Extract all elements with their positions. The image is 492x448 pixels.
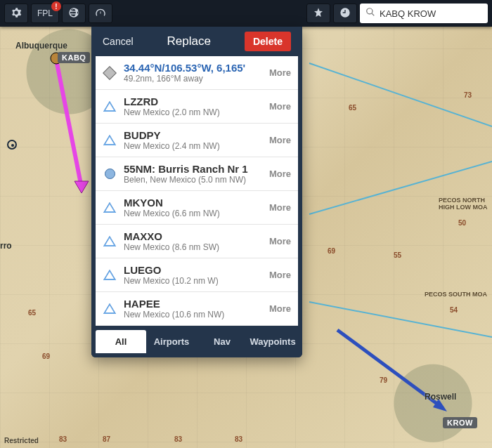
city-label-roswell: Roswell	[425, 392, 456, 402]
waypoint-sub: 49.2nm, 166°M away	[124, 74, 262, 84]
tab-all[interactable]: All	[96, 330, 146, 353]
more-button[interactable]: More	[269, 202, 291, 213]
tab-airports[interactable]: Airports	[146, 330, 197, 353]
list-item[interactable]: MKYONNew Mexico (6.6 nm NW)More	[96, 191, 298, 225]
list-item[interactable]: LUEGONew Mexico (10.2 nm W)More	[96, 258, 298, 292]
waypoint-name: BUDPY	[124, 129, 262, 141]
globe-icon	[68, 7, 79, 20]
more-button[interactable]: More	[269, 101, 291, 112]
tab-nav[interactable]: Nav	[197, 330, 247, 353]
settings-button[interactable]	[4, 4, 28, 23]
more-button[interactable]: More	[269, 270, 291, 280]
map-elev: 83	[59, 435, 67, 443]
waypoint-name: HAPEE	[124, 298, 262, 310]
waypoint-sub: New Mexico (2.0 nm NW)	[124, 107, 262, 117]
triangle-icon	[103, 236, 116, 246]
diamond-icon	[103, 66, 117, 80]
alert-badge: !	[51, 1, 61, 11]
triangle-icon	[103, 270, 116, 280]
waypoint-sub: New Mexico (10.2 nm W)	[124, 276, 262, 286]
map-elev: 65	[349, 104, 356, 112]
map-elev: 87	[103, 435, 110, 443]
popup-header: Cancel Replace Delete	[96, 27, 298, 56]
list-item[interactable]: MAXXONew Mexico (8.6 nm SW)More	[96, 225, 298, 258]
more-button[interactable]: More	[269, 135, 291, 145]
more-button[interactable]: More	[269, 169, 291, 179]
fpl-label: FPL	[37, 8, 53, 18]
airport-tag-krow[interactable]: KROW	[443, 417, 477, 428]
toolbar: FPL !	[0, 0, 492, 27]
map-elev: 69	[42, 353, 50, 360]
waypoint-name: MKYON	[124, 197, 262, 209]
clock-button[interactable]	[333, 4, 357, 23]
map-elev: 54	[450, 306, 458, 314]
map-elev: 83	[235, 435, 242, 443]
triangle-icon	[103, 135, 116, 145]
star-button[interactable]	[306, 4, 330, 23]
list-item[interactable]: LZZRDNew Mexico (2.0 nm NW)More	[96, 90, 298, 124]
map-elev: 50	[458, 219, 466, 227]
gauge-button[interactable]	[89, 4, 112, 23]
airport-tag-kabq[interactable]: KABQ	[58, 52, 90, 63]
map-elev: 79	[380, 376, 387, 384]
popup-title: Replace	[167, 34, 211, 48]
globe-button[interactable]	[62, 4, 86, 23]
triangle-icon	[103, 101, 116, 112]
map-label-rro: rro	[0, 241, 12, 251]
city-label-albuquerque: Albuquerque	[15, 41, 67, 51]
filter-tabs: All Airports Nav Waypoints	[96, 326, 298, 353]
list-item[interactable]: 34.44°N/106.53°W, 6,165'49.2nm, 166°M aw…	[96, 56, 298, 90]
moa-label-2: PECOS SOUTH MOA	[425, 291, 487, 298]
tab-waypoints[interactable]: Waypoints	[247, 330, 298, 353]
more-button[interactable]: More	[269, 236, 291, 246]
delete-button[interactable]: Delete	[245, 32, 291, 51]
map-elev: 55	[394, 251, 401, 259]
gear-icon	[11, 7, 22, 20]
map-fix-symbol	[7, 140, 17, 150]
more-button[interactable]: More	[269, 303, 291, 314]
waypoint-sub: New Mexico (2.4 nm NW)	[124, 141, 262, 151]
search-icon	[365, 7, 375, 20]
search-input[interactable]	[380, 8, 482, 19]
triangle-icon	[103, 202, 116, 213]
waypoint-name: 55NM: Burris Ranch Nr 1	[124, 163, 262, 175]
waypoint-name: MAXXO	[124, 230, 262, 242]
fpl-button[interactable]: FPL !	[31, 4, 59, 23]
map-elev: 69	[328, 247, 335, 255]
waypoint-name: LUEGO	[124, 264, 262, 276]
star-icon	[313, 7, 324, 20]
list-item[interactable]: HAPEENew Mexico (10.6 nm NW)More	[96, 292, 298, 326]
replace-popup: Cancel Replace Delete 34.44°N/106.53°W, …	[91, 27, 302, 357]
triangle-icon	[103, 303, 116, 314]
cancel-button[interactable]: Cancel	[103, 36, 134, 47]
waypoint-name: LZZRD	[124, 95, 262, 107]
waypoint-list[interactable]: 34.44°N/106.53°W, 6,165'49.2nm, 166°M aw…	[96, 56, 298, 326]
restricted-label: Restricted	[4, 437, 39, 444]
search-field[interactable]	[360, 4, 488, 23]
map-elev: 73	[464, 91, 472, 99]
clock-icon	[339, 7, 351, 20]
gauge-icon	[95, 7, 106, 20]
waypoint-sub: Belen, New Mexico (5.0 nm NW)	[124, 175, 262, 185]
waypoint-name: 34.44°N/106.53°W, 6,165'	[124, 62, 262, 74]
more-button[interactable]: More	[269, 67, 291, 78]
moa-label-1: PECOS NORTH HIGH LOW MOA	[439, 197, 488, 211]
list-item[interactable]: BUDPYNew Mexico (2.4 nm NW)More	[96, 124, 298, 157]
waypoint-sub: New Mexico (8.6 nm SW)	[124, 242, 262, 252]
list-item[interactable]: 55NM: Burris Ranch Nr 1Belen, New Mexico…	[96, 157, 298, 191]
waypoint-sub: New Mexico (10.6 nm NW)	[124, 310, 262, 319]
map-elev: 65	[28, 309, 36, 317]
waypoint-sub: New Mexico (6.6 nm NW)	[124, 209, 262, 218]
circle-icon	[105, 169, 115, 179]
map-elev: 83	[174, 435, 182, 443]
